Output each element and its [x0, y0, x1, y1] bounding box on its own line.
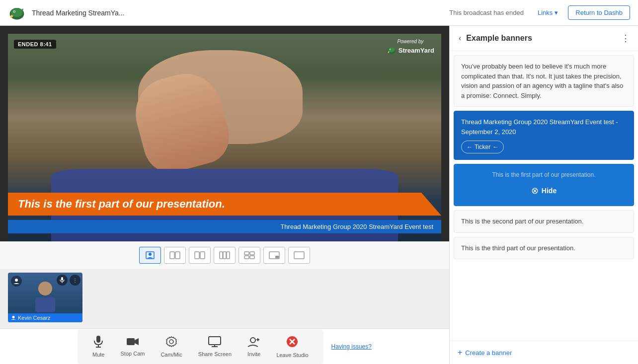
- invite-label: Invite: [247, 351, 260, 357]
- mute-label: Mute: [92, 352, 104, 358]
- thumbnail-strip: ⋮ Kevin Cesarz: [0, 269, 449, 328]
- bottom-toolbar: Mute Stop Cam Cam/Mic: [0, 328, 449, 364]
- svg-point-35: [169, 340, 173, 344]
- powered-by-logo: Powered by StreamYard: [387, 39, 434, 55]
- svg-point-7: [390, 49, 390, 50]
- camera-icon: [126, 337, 139, 350]
- invite-button[interactable]: Invite: [240, 334, 267, 359]
- layout-single-button[interactable]: [139, 247, 161, 264]
- create-banner-button[interactable]: + Create a banner: [450, 341, 638, 364]
- hide-button-inner: ⊗ Hide: [461, 182, 627, 200]
- participant-person-icon: [11, 276, 22, 287]
- orange-banner-text: This is the first part of our presentati…: [18, 198, 225, 210]
- svg-rect-16: [223, 252, 226, 259]
- app-title: Thread Marketing StreamYa...: [32, 9, 443, 17]
- svg-rect-11: [175, 252, 180, 259]
- banner-5-text: This is the third part of our presentati…: [461, 244, 575, 252]
- gear-icon: [165, 336, 177, 351]
- svg-rect-34: [127, 338, 135, 345]
- layout-two-small-button[interactable]: [164, 247, 186, 264]
- svg-rect-28: [61, 277, 63, 281]
- layout-two-equal-button[interactable]: [189, 247, 211, 264]
- hide-label: Hide: [542, 186, 557, 196]
- add-person-icon: [247, 336, 260, 350]
- svg-rect-23: [275, 256, 279, 258]
- video-area: ENDED 8:41 Powered by StreamYard: [8, 34, 441, 241]
- svg-point-9: [149, 253, 152, 256]
- svg-rect-20: [244, 256, 249, 259]
- banner-1-text: You've probably been led to believe it's…: [461, 63, 623, 99]
- participant-name: Kevin Cesarz: [18, 315, 50, 321]
- svg-point-27: [15, 279, 18, 282]
- more-options-button[interactable]: ⋮: [621, 33, 630, 44]
- back-button[interactable]: ‹: [458, 33, 462, 44]
- svg-rect-21: [250, 256, 254, 259]
- having-issues-link[interactable]: Having issues?: [331, 343, 372, 350]
- participant-name-bar: Kevin Cesarz: [8, 313, 82, 322]
- banner-card-4[interactable]: This is the second part of our presentat…: [454, 210, 634, 233]
- banner-4-text: This is the second part of our presentat…: [461, 218, 583, 225]
- svg-rect-26: [35, 297, 55, 312]
- svg-rect-36: [209, 337, 221, 345]
- powered-by-text: Powered by: [387, 39, 434, 44]
- svg-point-25: [38, 282, 52, 295]
- svg-rect-17: [227, 252, 230, 259]
- layout-fullscreen-button[interactable]: [288, 247, 310, 264]
- layout-selector: [0, 241, 449, 269]
- create-banner-plus-icon: +: [458, 348, 462, 357]
- banner-3-text-preview: This is the first part of our presentati…: [461, 170, 627, 179]
- main-layout: ENDED 8:41 Powered by StreamYard: [0, 26, 638, 364]
- banners-list: You've probably been led to believe it's…: [450, 51, 638, 341]
- banner-card-1[interactable]: You've probably been led to believe it's…: [454, 55, 634, 107]
- svg-point-30: [12, 316, 15, 318]
- leave-icon: [286, 335, 299, 351]
- toolbar-group: Mute Stop Cam Cam/Mic: [78, 329, 323, 364]
- thumb-more-button[interactable]: ⋮: [70, 275, 80, 286]
- svg-point-39: [250, 338, 255, 343]
- app-logo: [8, 4, 26, 22]
- banner-card-3-hide[interactable]: This is the first part of our presentati…: [454, 164, 634, 206]
- svg-rect-15: [220, 252, 223, 259]
- share-screen-button[interactable]: Share Screen: [191, 334, 239, 359]
- cam-mic-button[interactable]: Cam/Mic: [154, 334, 189, 360]
- stop-cam-button[interactable]: Stop Cam: [114, 335, 152, 359]
- banner-2-title: Thread Marketing Group 2020 StreamYard E…: [461, 118, 618, 136]
- right-panel-header: ‹ Example banners ⋮: [450, 26, 638, 51]
- monitor-icon: [208, 336, 221, 350]
- thumb-controls: ⋮: [57, 275, 80, 286]
- return-to-dashboard-button[interactable]: Return to Dashb: [568, 5, 630, 20]
- orange-banner: This is the first part of our presentati…: [8, 193, 441, 216]
- right-panel-title: Example banners: [466, 34, 617, 43]
- ticker-label: Ticker: [475, 143, 490, 151]
- left-panel: ENDED 8:41 Powered by StreamYard: [0, 26, 449, 364]
- streamyard-brand: StreamYard: [387, 45, 434, 55]
- svg-point-5: [388, 48, 395, 53]
- leave-studio-button[interactable]: Leave Studio: [269, 333, 315, 360]
- blue-ticker: Thread Marketing Group 2020 StreamYard E…: [8, 220, 441, 233]
- cam-mic-label: Cam/Mic: [160, 352, 182, 358]
- thumb-mic-button[interactable]: [57, 275, 68, 286]
- svg-rect-13: [200, 252, 205, 259]
- layout-four-button[interactable]: [239, 247, 260, 264]
- mute-button[interactable]: Mute: [85, 334, 111, 360]
- svg-rect-12: [195, 252, 199, 259]
- share-screen-label: Share Screen: [198, 351, 232, 357]
- ticker-pill[interactable]: ← Ticker ←: [461, 141, 504, 153]
- svg-rect-18: [244, 252, 249, 255]
- links-button[interactable]: Links ▾: [534, 7, 562, 18]
- svg-rect-19: [250, 252, 254, 255]
- ticker-controls: ← Ticker ←: [461, 141, 627, 153]
- banner-card-2[interactable]: Thread Marketing Group 2020 StreamYard E…: [454, 111, 634, 160]
- layout-three-button[interactable]: [214, 247, 236, 264]
- right-panel: ‹ Example banners ⋮ You've probably been…: [449, 26, 638, 364]
- svg-rect-10: [170, 252, 174, 259]
- mic-icon: [93, 336, 104, 351]
- participant-thumbnail[interactable]: ⋮ Kevin Cesarz: [8, 273, 82, 322]
- svg-point-3: [14, 11, 15, 12]
- banner-card-5[interactable]: This is the third part of our presentati…: [454, 237, 634, 260]
- svg-rect-24: [294, 252, 304, 259]
- create-banner-label: Create a banner: [465, 349, 512, 357]
- layout-pip-button[interactable]: [263, 247, 285, 264]
- video-placeholder: ENDED 8:41 Powered by StreamYard: [8, 34, 441, 241]
- ended-badge: ENDED 8:41: [14, 40, 56, 49]
